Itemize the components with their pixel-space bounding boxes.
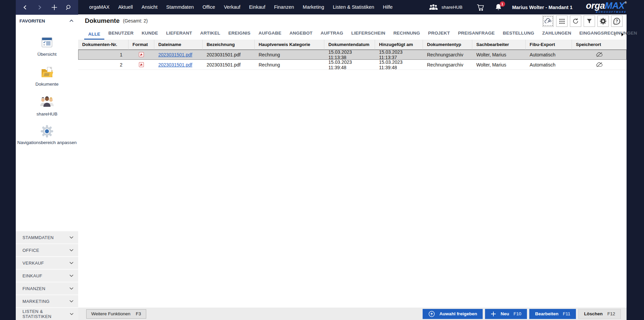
- tab-angebot[interactable]: ANGEBOT: [285, 31, 317, 40]
- sidebar-section-office[interactable]: OFFICE: [16, 243, 78, 256]
- menu-item-finanzen[interactable]: Finanzen: [270, 0, 299, 14]
- tab-alle[interactable]: ALLE: [84, 32, 104, 40]
- menu-item-hilfe[interactable]: Hilfe: [379, 0, 397, 14]
- sidebar-section-verkauf[interactable]: VERKAUF: [16, 256, 78, 269]
- cell-dokumententyp: Rechnungsarchiv: [423, 50, 472, 60]
- grid-view-button[interactable]: [556, 15, 568, 27]
- tab-kunde[interactable]: KUNDE: [138, 31, 162, 40]
- column-sachbearbeiter[interactable]: Sachbearbeiter: [472, 40, 526, 50]
- forward-button[interactable]: [35, 2, 45, 12]
- content-header: Dokumente (Gesamt: 2) ?: [78, 14, 627, 27]
- table-row[interactable]: 2 2023031501.pdf 2023031501.pdf Rechnung…: [78, 60, 627, 70]
- tab-artikel[interactable]: ARTIKEL: [196, 31, 224, 40]
- help-button[interactable]: ?: [611, 15, 623, 27]
- favorites-section-header[interactable]: FAVORITEN: [16, 15, 78, 27]
- tab-lieferant[interactable]: LIEFERANT: [162, 31, 196, 40]
- back-button[interactable]: [20, 2, 30, 12]
- notifications-button[interactable]: 1: [495, 3, 502, 11]
- user-menu[interactable]: Marius Wolter - Mandant 1: [512, 5, 573, 10]
- file-link[interactable]: 2023031501.pdf: [158, 52, 192, 57]
- cell-dokumentendatum: 15.03.2023 11:13:38: [324, 50, 375, 60]
- file-link[interactable]: 2023031501.pdf: [158, 62, 192, 67]
- sidebar: FAVORITEN Übersicht Dokumente shareHUB N…: [16, 14, 78, 320]
- column-dokumententyp[interactable]: Dokumententyp: [423, 40, 472, 50]
- refresh-button[interactable]: [570, 15, 581, 27]
- tab-auftrag[interactable]: AUFTRAG: [317, 31, 347, 40]
- menu-item-einkauf[interactable]: Einkauf: [245, 0, 270, 14]
- search-icon: [66, 4, 72, 10]
- share-selection-button[interactable]: Auwahl freigeben: [423, 309, 483, 319]
- tab-ereignis[interactable]: EREIGNIS: [224, 31, 255, 40]
- chevron-up-icon: [69, 19, 73, 22]
- sharehub-button[interactable]: shareHUB: [429, 4, 462, 10]
- cart-icon: [477, 4, 485, 11]
- column-dateiname[interactable]: Dateiname: [154, 40, 203, 50]
- sidebar-section-listen-statistiken[interactable]: LISTEN & STATISTIKEN: [16, 307, 78, 320]
- fkey-label: F11: [563, 311, 570, 316]
- settings-button[interactable]: [597, 15, 609, 27]
- tab-benutzer[interactable]: BENUTZER: [104, 31, 138, 40]
- section-label: VERKAUF: [22, 261, 44, 266]
- tab-projekt[interactable]: PROJEKT: [424, 31, 454, 40]
- cloud-offline-icon: [596, 52, 603, 57]
- more-functions-label: Weitere Funktionen: [91, 311, 130, 316]
- tab-scroll-left[interactable]: [613, 33, 616, 36]
- add-tab-button[interactable]: [49, 2, 59, 12]
- sidebar-section-einkauf[interactable]: EINKAUF: [16, 269, 78, 282]
- edit-label: Bearbeiten: [535, 311, 558, 316]
- column-speicherort[interactable]: Speicherort: [572, 40, 627, 50]
- tab-eingangsrechnungen[interactable]: EINGANGSRECHNUNGEN: [575, 31, 641, 40]
- menu-item-listen-statistiken[interactable]: Listen & Statistiken: [328, 0, 378, 14]
- filter-button[interactable]: [584, 15, 595, 27]
- menu-item-stammdaten[interactable]: Stammdaten: [162, 0, 198, 14]
- export-cloud-button[interactable]: [542, 15, 554, 27]
- menu-item-marketing[interactable]: Marketing: [299, 0, 329, 14]
- tab-bestellung[interactable]: BESTELLUNG: [499, 31, 538, 40]
- chevron-down-icon: [69, 249, 73, 252]
- edit-button[interactable]: Bearbeiten F11: [529, 309, 576, 319]
- tab-rechnung[interactable]: RECHNUNG: [389, 31, 424, 40]
- menu-item-ansicht[interactable]: Ansicht: [137, 0, 162, 14]
- toolbar: ?: [542, 15, 623, 27]
- topbar-right: shareHUB 1 Marius Wolter - Mandant 1 org…: [429, 1, 644, 13]
- menu-item-aktuell[interactable]: Aktuell: [114, 0, 137, 14]
- sharehub-label: shareHUB: [441, 5, 462, 10]
- column-format[interactable]: Format: [128, 40, 154, 50]
- column-dokumentendatum[interactable]: Dokumentendatum: [324, 40, 375, 50]
- menu-item-verkauf[interactable]: Verkauf: [219, 0, 245, 14]
- column-hauptverweis-kategorie[interactable]: Hauptverweis Kategorie: [255, 40, 324, 50]
- tab-preisanfrage[interactable]: PREISANFRAGE: [454, 31, 499, 40]
- favorites-header-label: FAVORITEN: [19, 18, 45, 24]
- cart-button[interactable]: [477, 4, 485, 11]
- sidebar-item-dokumente[interactable]: Dokumente: [16, 65, 78, 87]
- table-row[interactable]: 1 2023031501.pdf 2023031501.pdf Rechnung…: [78, 50, 627, 60]
- sidebar-section-marketing[interactable]: MARKETING: [16, 294, 78, 307]
- sidebar-item-label: Dokumente: [34, 82, 60, 87]
- delete-button[interactable]: Löschen F12: [578, 309, 621, 319]
- tab-aufgabe[interactable]: AUFGABE: [255, 31, 285, 40]
- column-hinzugefuegt-am[interactable]: Hinzugefügt am: [375, 40, 423, 50]
- more-functions-button[interactable]: Weitere Funktionen F3: [86, 309, 146, 319]
- sidebar-section-finanzen[interactable]: FINANZEN: [16, 282, 78, 294]
- column-bezeichnung[interactable]: Bezeichnung: [203, 40, 255, 50]
- cell-dokumenten-nr: 2: [78, 60, 128, 70]
- chevron-down-icon: [69, 274, 73, 277]
- menu-item-office[interactable]: Office: [198, 0, 220, 14]
- sidebar-item-sharehub[interactable]: shareHUB: [16, 95, 78, 117]
- column-fibu-export[interactable]: Fibu-Export: [526, 40, 572, 50]
- section-label: MARKETING: [22, 299, 50, 304]
- sidebar-section-stammdaten[interactable]: STAMMDATEN: [16, 231, 78, 243]
- column-dokumenten-nr[interactable]: Dokumenten-Nr.: [78, 40, 128, 50]
- new-button[interactable]: Neu F10: [485, 309, 527, 319]
- search-button[interactable]: [64, 2, 74, 12]
- sidebar-item-uebersicht[interactable]: Übersicht: [16, 35, 78, 57]
- cell-sachbearbeiter: Wolter, Marius: [472, 60, 526, 70]
- menu-item-orgamax[interactable]: orgaMAX: [85, 0, 114, 14]
- customize-gear-icon: [40, 125, 54, 138]
- chevron-down-icon: [69, 236, 73, 239]
- sidebar-item-navigationsbereich-anpassen[interactable]: Navigationsbereich anpassen: [16, 125, 78, 145]
- section-label: STAMMDATEN: [22, 235, 54, 240]
- tab-scroll-right[interactable]: [621, 33, 624, 36]
- tab-lieferschein[interactable]: LIEFERSCHEIN: [347, 31, 389, 40]
- tab-zahlungen[interactable]: ZAHLUNGEN: [538, 31, 576, 40]
